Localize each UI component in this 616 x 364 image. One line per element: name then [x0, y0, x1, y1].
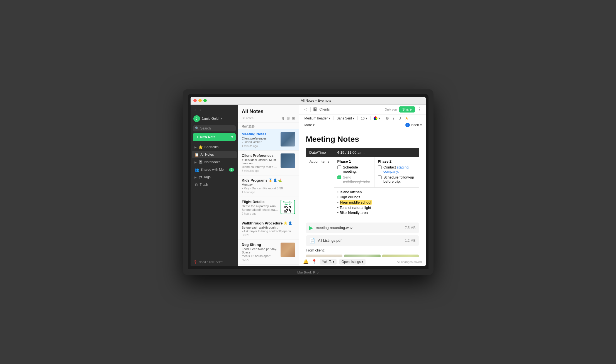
- sidebar-label-all-notes: All Notes: [201, 153, 214, 157]
- editor-footer: 🔔 📍 Yuki T. ▾ Open listings ▾ All change…: [299, 257, 426, 266]
- star-icon: ⭐: [198, 145, 203, 149]
- room-image: [306, 255, 342, 257]
- note-item-meeting[interactable]: Meeting Notes Client preferences • Islan…: [238, 129, 299, 151]
- note-preview: meals 12 hours apart.: [242, 254, 278, 258]
- prefs-list: Island kitchen High ceilings Near middle…: [337, 190, 415, 215]
- forward-button[interactable]: ›: [198, 107, 202, 113]
- maximize-button[interactable]: [203, 99, 207, 102]
- more-format-button[interactable]: More ▾: [303, 123, 316, 128]
- more-options-button[interactable]: ⋮: [417, 107, 422, 112]
- pref-item-4: Tons of natural light: [337, 206, 415, 210]
- notebook-icon: 📓: [198, 160, 203, 164]
- header-style-button[interactable]: Medium header ▾: [303, 116, 332, 121]
- insert-plus-icon: +: [405, 123, 410, 127]
- note-title: Meeting Notes: [242, 132, 278, 136]
- note-content: Walkthrough Procedure ⭐ 👤 Before each wa…: [242, 221, 295, 237]
- color-button[interactable]: ▾: [372, 116, 381, 121]
- sidebar-item-all-notes[interactable]: 📋 All Notes: [192, 151, 237, 158]
- insert-button[interactable]: + Insert ▾: [405, 123, 422, 127]
- back-arrow-button[interactable]: ◁: [303, 107, 308, 112]
- note-time: 3 minutes ago: [242, 169, 278, 172]
- checkbox-unchecked[interactable]: [378, 165, 382, 169]
- phase1-header-cell: Phase 1 Schedule meeting. ✓ S: [334, 157, 374, 187]
- italic-button[interactable]: I: [392, 116, 395, 121]
- attachment-size: 1.2 MB: [405, 239, 415, 243]
- client-image-3: [382, 255, 419, 257]
- view-button[interactable]: ⊞: [292, 116, 295, 120]
- location-icon[interactable]: 📍: [311, 259, 317, 264]
- new-note-label: New Note: [200, 135, 216, 139]
- search-icon: 🔍: [195, 126, 199, 130]
- insert-label: Insert: [411, 123, 419, 127]
- help-icon: ❓: [193, 260, 197, 264]
- font-size-button[interactable]: 16 ▾: [359, 116, 368, 121]
- font-button[interactable]: Sans Serif ▾: [335, 116, 356, 121]
- laptop-frame: All Notes – Evernote ‹ › J Jamie Gold ▾: [183, 89, 434, 275]
- share-button[interactable]: Share: [399, 106, 415, 113]
- note-thumbnail: [281, 153, 295, 168]
- breadcrumb: Clients: [320, 108, 330, 111]
- from-client-label: From client:: [306, 248, 419, 252]
- underline-button[interactable]: U: [397, 116, 403, 121]
- phase2-text-1: Contact staging company.: [383, 165, 415, 174]
- search-bar[interactable]: 🔍 Search: [193, 125, 236, 131]
- open-listings-button[interactable]: Open listings ▾: [339, 259, 366, 265]
- new-note-button[interactable]: ＋ New Note ▾: [193, 133, 236, 141]
- notification-icon[interactable]: 🔔: [303, 259, 309, 264]
- sidebar-item-shared[interactable]: 👥 Shared with Me 2: [192, 166, 237, 173]
- header-dropdown-icon: ▾: [328, 116, 330, 120]
- insert-dropdown-icon: ▾: [420, 123, 422, 127]
- note-subtitle: Food: Feed twice per day. Space: [242, 247, 278, 254]
- checkbox-unchecked[interactable]: [378, 175, 382, 179]
- sort-button[interactable]: ⇅: [281, 116, 284, 120]
- close-button[interactable]: [193, 99, 197, 102]
- user-name: Jamie Gold: [202, 117, 219, 121]
- window-title: All Notes – Evernote: [210, 99, 423, 102]
- highlight-button[interactable]: A: [404, 116, 409, 121]
- user-tag-button[interactable]: Yuki T. ▾: [320, 259, 337, 265]
- room-image-2: [344, 255, 381, 257]
- note-item-kids[interactable]: Kids Programs 🏅 👤 ⛳ Monday • Ray - Dance…: [238, 175, 299, 197]
- minimize-button[interactable]: [198, 99, 202, 102]
- note-preview: Before takeoff, check traffic near …: [242, 208, 278, 211]
- color-dot: [374, 116, 378, 120]
- note-item-walkthrough[interactable]: Walkthrough Procedure ⭐ 👤 Before each wa…: [238, 218, 299, 240]
- note-preview: • Ask buyer to bring contract/paperwork: [242, 229, 295, 233]
- help-section[interactable]: ❓ Need a little help?: [191, 258, 238, 266]
- sidebar-item-notebooks[interactable]: ▶ 📓 Notebooks: [192, 159, 237, 166]
- size-label: 16: [361, 116, 364, 120]
- qr-code: [284, 206, 291, 212]
- sidebar: ‹ › J Jamie Gold ▾ 🔍 Search ＋: [191, 105, 238, 266]
- client-image-2: [344, 255, 381, 257]
- note-item-dog[interactable]: Dog Sitting Food: Feed twice per day. Sp…: [238, 240, 299, 265]
- notebook-icon-small: 📓: [313, 107, 317, 111]
- phase1-item-2: ✓ Send walkthrough info.: [337, 175, 371, 184]
- editor-format-bar: Medium header ▾ Sans Serif ▾ 16 ▾: [299, 114, 426, 129]
- bold-button[interactable]: B: [385, 116, 390, 121]
- staging-company-link[interactable]: staging company.: [383, 165, 408, 174]
- sidebar-item-trash[interactable]: 🗑 Trash: [192, 181, 237, 188]
- notes-count: 86 notes: [242, 116, 254, 120]
- sidebar-item-tags[interactable]: ▶ 🏷 Tags: [192, 174, 237, 181]
- filter-button[interactable]: ⊟: [287, 116, 290, 120]
- checkbox-unchecked[interactable]: [337, 165, 341, 169]
- note-subtitle: Client preferences: [242, 137, 278, 140]
- size-dropdown-icon: ▾: [366, 116, 367, 120]
- sidebar-label-shortcuts: Shortcuts: [204, 145, 219, 149]
- client-image-1: [306, 255, 342, 257]
- laptop-label: MacBook Pro: [297, 271, 319, 274]
- user-dropdown-icon[interactable]: ▾: [221, 117, 222, 120]
- client-images: [306, 255, 419, 257]
- sidebar-item-shortcuts[interactable]: ▶ ⭐ Shortcuts: [192, 144, 237, 151]
- attachment-pdf[interactable]: 📄 All Listings.pdf 1.2 MB: [306, 235, 419, 246]
- attachment-audio[interactable]: ▶ meeting-recording.wav 7.5 MB: [306, 223, 419, 233]
- checkbox-checked[interactable]: ✓: [337, 175, 341, 179]
- date-time-header: Date/Time: [306, 148, 334, 157]
- phase2-header-cell: Phase 2 Contact staging company.: [374, 157, 419, 187]
- note-item-client-prefs[interactable]: Client Preferences Yuki's ideal kitchen.…: [238, 151, 299, 175]
- action-items-cell: Action Items: [306, 157, 334, 218]
- notes-list: All Notes 86 notes ⇅ ⊟ ⊞ MAY 2020: [238, 105, 299, 266]
- back-button[interactable]: ‹: [193, 107, 197, 113]
- note-item-flight[interactable]: Flight Details Get to the airport by 7am…: [238, 197, 299, 218]
- note-preview: • Island kitchen: [242, 140, 278, 144]
